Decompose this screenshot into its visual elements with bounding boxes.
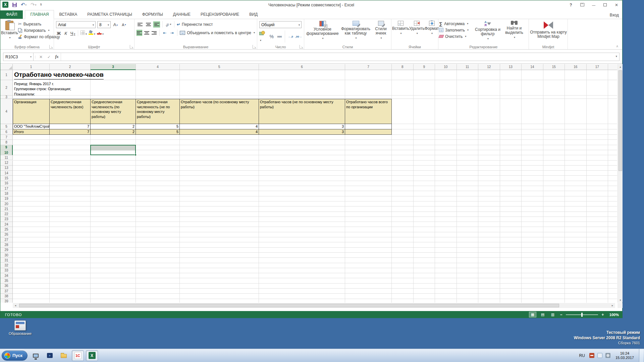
zoom-out-icon[interactable]: − [559, 312, 563, 317]
row-header-37[interactable]: 37 [0, 289, 13, 294]
scroll-down-icon[interactable]: ▼ [618, 297, 623, 303]
table-header-cell[interactable]: Среднесписочная численность (по основном… [91, 99, 136, 124]
font-family-select[interactable]: Arial [56, 21, 96, 28]
cut-button[interactable]: Вырезать [18, 21, 60, 27]
tray-clock[interactable]: 16:24 15.03.2017 [615, 351, 634, 360]
row-header-20[interactable]: 20 [0, 201, 13, 206]
table-cell[interactable]: 2 [91, 129, 136, 135]
save-icon[interactable] [12, 3, 17, 7]
column-header-14[interactable]: 14 [522, 64, 543, 70]
customize-qat-icon[interactable] [40, 3, 42, 6]
decrease-decimal-icon[interactable] [295, 34, 302, 40]
send-to-mindjet-button[interactable]: Отправить на карту Mindjet Map [530, 20, 567, 39]
confirm-entry-icon[interactable]: ✓ [45, 53, 53, 61]
help-icon[interactable] [568, 3, 574, 7]
row-header-21[interactable]: 21 [0, 206, 13, 212]
number-format-select[interactable]: Общий [259, 21, 302, 28]
grow-font-icon[interactable] [112, 22, 119, 28]
column-header-1[interactable]: 1 [13, 64, 50, 70]
delete-cells-button[interactable]: Удалить [409, 20, 425, 36]
align-top-button[interactable] [137, 21, 143, 27]
column-header-7[interactable]: 7 [345, 64, 392, 70]
row-header-13[interactable]: 13 [0, 166, 13, 171]
table-cell[interactable]: 7 [50, 124, 91, 129]
row-header-26[interactable]: 26 [0, 232, 13, 237]
row-header-38[interactable]: 38 [0, 294, 13, 299]
row-header-32[interactable]: 32 [0, 263, 13, 268]
column-header-8[interactable]: 8 [392, 64, 414, 70]
table-cell[interactable] [345, 129, 392, 135]
row-header-16[interactable]: 16 [0, 181, 13, 186]
italic-button[interactable]: К [63, 31, 68, 36]
fill-button[interactable]: Заполнить [439, 27, 474, 33]
row-header-4[interactable]: 4 [0, 99, 13, 124]
align-right-button[interactable] [151, 30, 157, 36]
table-cell[interactable] [345, 124, 392, 129]
increase-decimal-icon[interactable] [287, 34, 294, 40]
fill-handle[interactable] [135, 154, 137, 156]
column-header-11[interactable]: 11 [457, 64, 479, 70]
table-cell[interactable]: 2 [91, 124, 136, 129]
cell-styles-button[interactable]: Стили ячеек [372, 20, 390, 41]
decrease-indent-icon[interactable] [162, 30, 168, 36]
normal-view-icon[interactable]: ▦ [529, 312, 536, 317]
format-as-table-button[interactable]: Форматировать как таблицу [340, 20, 371, 41]
row-header-22[interactable]: 22 [0, 212, 13, 217]
row-header-10[interactable]: 10 [0, 150, 13, 155]
scroll-right-icon[interactable]: ► [610, 303, 615, 308]
column-header-5[interactable]: 5 [180, 64, 259, 70]
bold-button[interactable]: Ж [56, 31, 61, 36]
align-middle-button[interactable] [145, 21, 152, 27]
row-header-24[interactable]: 24 [0, 222, 13, 227]
tab-page-layout[interactable]: РАЗМЕТКА СТРАНИЦЫ [82, 10, 137, 19]
taskbar-folder-button[interactable] [58, 350, 70, 361]
scroll-up-icon[interactable]: ▲ [618, 64, 623, 69]
worksheet-grid[interactable]: 1234567891011121314151617181234567891011… [0, 64, 617, 303]
tab-formulas[interactable]: ФОРМУЛЫ [137, 10, 168, 19]
vertical-scroll-thumb[interactable] [619, 70, 622, 171]
table-header-cell[interactable]: Среднесписочная численность (не по оновн… [136, 99, 180, 124]
merge-center-button[interactable]: Объединить и поместить в центре [180, 29, 255, 36]
insert-function-icon[interactable]: fx [53, 53, 61, 61]
excel-app-icon[interactable] [2, 2, 8, 8]
shrink-font-icon[interactable] [121, 22, 127, 28]
cancel-entry-icon[interactable]: ✕ [37, 53, 45, 61]
table-header-cell[interactable]: Отработано часов (не по основному месту … [259, 99, 345, 124]
tab-home[interactable]: ГЛАВНАЯ [25, 10, 54, 19]
orientation-button[interactable] [165, 21, 172, 27]
formula-bar-splitter[interactable] [34, 53, 37, 61]
report-meta[interactable]: Период: Январь 2017 г. Группировки строк… [14, 81, 71, 97]
increase-indent-icon[interactable] [169, 30, 175, 36]
column-header-12[interactable]: 12 [478, 64, 500, 70]
column-header-18[interactable]: 18 [608, 64, 617, 70]
row-header-11[interactable]: 11 [0, 155, 13, 160]
row-header-34[interactable]: 34 [0, 273, 13, 278]
align-left-button[interactable] [137, 30, 142, 36]
paste-button[interactable]: Вставить [1, 20, 18, 40]
column-header-10[interactable]: 10 [435, 64, 457, 70]
format-painter-button[interactable]: Формат по образцу [18, 34, 60, 40]
page-layout-view-icon[interactable]: ▤ [539, 312, 546, 317]
autosum-button[interactable]: Автосумма [439, 20, 474, 27]
collapse-ribbon-icon[interactable] [616, 45, 618, 48]
horizontal-scroll-thumb[interactable] [19, 304, 559, 307]
comma-style-icon[interactable] [276, 34, 283, 40]
tab-view[interactable]: ВИД [244, 10, 263, 19]
table-cell[interactable]: 4 [180, 124, 259, 129]
zoom-level[interactable]: 100% [607, 313, 619, 317]
table-header-cell[interactable]: Отработано часов всего по организации [345, 99, 392, 124]
row-header-23[interactable]: 23 [0, 217, 13, 222]
vertical-scrollbar[interactable]: ▲ ▼ [618, 64, 623, 303]
copy-button[interactable]: Копировать [18, 27, 60, 34]
tray-icon-2[interactable] [597, 353, 602, 358]
column-header-2[interactable]: 2 [50, 64, 91, 70]
tab-data[interactable]: ДАННЫЕ [168, 10, 196, 19]
column-header-3[interactable]: 3 [91, 64, 136, 70]
row-header-39[interactable]: 39 [0, 299, 13, 303]
row-header-5[interactable]: 5 [0, 124, 13, 129]
conditional-formatting-button[interactable]: Условное форматирование [305, 20, 340, 41]
wrap-text-button[interactable]: Перенести текст [177, 21, 213, 27]
align-center-button[interactable] [144, 30, 150, 36]
selected-range[interactable] [90, 145, 136, 156]
clear-button[interactable]: Очистить [439, 33, 474, 40]
